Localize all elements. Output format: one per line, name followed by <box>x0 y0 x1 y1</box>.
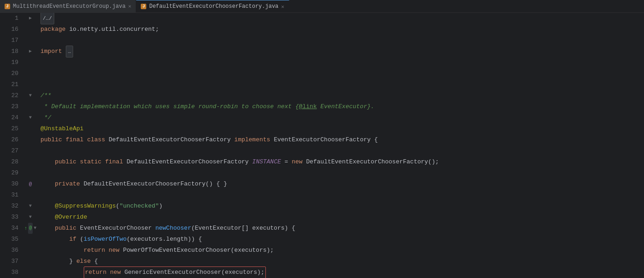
java-file-icon: J <box>5 4 10 9</box>
gutter-34: ↑ @ ▼ <box>22 223 39 234</box>
gutter: ▶ ▶ ▼ ▼ @ ▼ ▼ <box>22 13 39 278</box>
gutter-28 <box>22 156 39 168</box>
code-line-30: private DefaultEventExecutorChooserFacto… <box>39 179 644 190</box>
code-line-35: if (isPowerOfTwo(executors.length)) { <box>39 234 644 245</box>
code-line-20 <box>39 68 644 79</box>
code-line-19 <box>39 57 644 68</box>
code-line-37: } else { <box>39 256 644 267</box>
gutter-23 <box>22 101 39 112</box>
gutter-19 <box>22 57 39 68</box>
code-line-31 <box>39 190 644 201</box>
gutter-fold-1[interactable]: ▶ <box>22 13 39 24</box>
code-line-36: return new PowerOfTowEventExecutorChoose… <box>39 245 644 256</box>
code-line-16: package io.netty.util.concurrent; <box>39 24 644 35</box>
code-line-28: public static final DefaultEventExecutor… <box>39 156 644 168</box>
code-line-29 <box>39 168 644 179</box>
tab-label: MultithreadEventExecutorGroup.java <box>13 3 126 10</box>
code-line-25: @UnstableApi <box>39 123 644 134</box>
gutter-27 <box>22 145 39 156</box>
gutter-36 <box>22 245 39 256</box>
code-line-34: public EventExecutorChooser newChooser(E… <box>39 223 644 234</box>
code-line-22: /** <box>39 90 644 101</box>
editor-area: 1 16 17 18 19 20 21 22 23 24 25 26 27 28… <box>0 13 644 278</box>
gutter-20 <box>22 68 39 79</box>
gutter-38 <box>22 267 39 278</box>
gutter-37 <box>22 256 39 267</box>
code-line-33: @Override <box>39 212 644 223</box>
gutter-fold-33[interactable]: ▼ <box>22 212 39 223</box>
code-area[interactable]: /…/ package io.netty.util.concurrent; im… <box>39 13 644 278</box>
tab-bar: J MultithreadEventExecutorGroup.java ✕ J… <box>0 0 644 13</box>
highlighted-return: return new GenericEventExecutorChooser(e… <box>84 266 266 278</box>
gutter-29 <box>22 168 39 179</box>
tab-label: DefaultEventExecutorChooserFactory.java <box>149 3 278 10</box>
gutter-21 <box>22 79 39 90</box>
code-line-21 <box>39 79 644 90</box>
code-line-27 <box>39 145 644 156</box>
tab-multithreadeventexecutorgroup[interactable]: J MultithreadEventExecutorGroup.java ✕ <box>0 0 136 12</box>
java-file-icon: J <box>141 4 146 9</box>
gutter-26 <box>22 134 39 145</box>
code-line-1: /…/ <box>39 13 644 24</box>
tab-close-button[interactable]: ✕ <box>128 3 132 9</box>
gutter-fold-24[interactable]: ▼ <box>22 112 39 123</box>
gutter-31 <box>22 190 39 201</box>
code-line-17 <box>39 35 644 46</box>
code-line-26: public final class DefaultEventExecutorC… <box>39 134 644 145</box>
gutter-30: @ <box>22 179 39 190</box>
code-line-18: import … <box>39 46 644 57</box>
line-numbers: 1 16 17 18 19 20 21 22 23 24 25 26 27 28… <box>0 13 22 278</box>
code-line-23: * Default implementation which uses simp… <box>39 101 644 112</box>
gutter-16 <box>22 24 39 35</box>
code-line-38: return new GenericEventExecutorChooser(e… <box>39 267 644 278</box>
code-line-24: */ <box>39 112 644 123</box>
gutter-fold-18[interactable]: ▶ <box>22 46 39 57</box>
gutter-35 <box>22 234 39 245</box>
gutter-fold-32[interactable]: ▼ <box>22 201 39 212</box>
gutter-fold-22[interactable]: ▼ <box>22 90 39 101</box>
gutter-17 <box>22 35 39 46</box>
tab-close-button[interactable]: ✕ <box>281 4 284 10</box>
gutter-25 <box>22 123 39 134</box>
code-line-32: @SuppressWarnings("unchecked") <box>39 201 644 212</box>
tab-defaulteventexecutorchooserfactory[interactable]: J DefaultEventExecutorChooserFactory.jav… <box>136 0 289 12</box>
